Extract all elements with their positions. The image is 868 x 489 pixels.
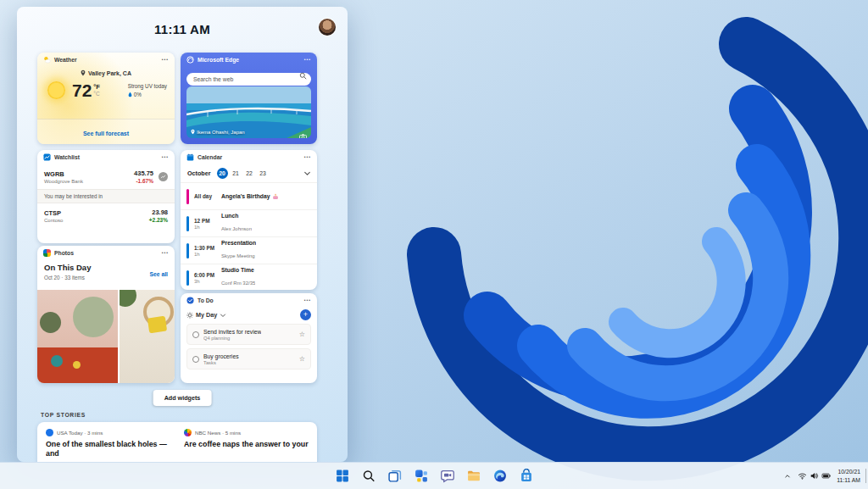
stock-chart-button[interactable] [159,172,168,181]
search-icon [299,72,307,80]
stock-change: +2.23% [149,217,168,223]
edge-search-input[interactable] [186,73,311,86]
todo-widget[interactable]: To Do ••• My Day + Send invites for revi… [181,293,317,383]
top-stories-section: USA Today · 3 mins One of the smallest b… [37,422,317,462]
taskbar: 10/20/21 11:11 AM [0,462,868,489]
microsoft-store-button[interactable] [515,466,537,486]
my-day-sun-icon [186,312,193,319]
edge-button[interactable] [489,466,511,486]
photo-shape [73,297,114,337]
task-item[interactable]: Buy groceries Tasks ☆ [186,348,311,370]
battery-icon [821,471,831,481]
story-headline: One of the smallest black holes — and [46,440,170,459]
temperature-unit-toggle[interactable]: °F °C [93,84,100,97]
taskbar-clock[interactable]: 10/20/21 11:11 AM [837,468,865,485]
add-task-button[interactable]: + [300,309,311,320]
photos-menu-button[interactable]: ••• [162,249,169,257]
event-color-bar [186,243,189,258]
weather-location[interactable]: Valley Park, CA [37,69,175,76]
stock-name: Woodgrove Bank [44,179,83,184]
weather-menu-button[interactable]: ••• [162,56,169,64]
watchlist-widget-icon [43,153,51,161]
stock-name: Contoso [44,218,63,223]
birthday-cake-icon [272,193,279,200]
star-icon[interactable]: ☆ [299,355,305,363]
precipitation-value: 0% [128,92,142,97]
start-button[interactable] [331,466,353,486]
calendar-day-21[interactable]: 21 [231,168,242,179]
taskbar-time: 11:11 AM [837,476,860,485]
search-button[interactable] [358,466,380,486]
stock-price: 23.98 [149,208,168,216]
top-stories-label: TOP STORIES [41,412,86,418]
calendar-month[interactable]: October [187,169,211,177]
task-checkbox[interactable] [192,356,199,363]
todo-menu-button[interactable]: ••• [304,297,311,304]
edge-icon [492,469,507,483]
calendar-day-22[interactable]: 22 [244,168,255,179]
sparkline-icon [160,174,166,180]
panel-clock: 11:11 AM [17,22,348,36]
edge-photo[interactable]: Ikema Ohashi, Japan [186,86,311,138]
widgets-icon [414,469,428,483]
chevron-down-icon [220,312,226,319]
my-day-selector[interactable]: My Day [186,311,226,319]
sun-icon [47,81,65,99]
add-widgets-button[interactable]: Add widgets [153,390,212,406]
stock-row[interactable]: WGRB Woodgrove Bank 435.75 -1.67% [37,164,175,189]
chat-button[interactable] [437,466,459,486]
calendar-day-20[interactable]: 20 [217,168,228,179]
windows-logo-icon [335,469,349,483]
star-icon[interactable]: ☆ [299,331,305,338]
photo-shape [147,316,167,334]
system-tray-status[interactable] [798,471,831,481]
news-story[interactable]: USA Today · 3 mins One of the smallest b… [46,429,170,462]
photos-widget-icon [43,249,51,257]
nbc-news-logo-icon [184,429,192,436]
edge-widget[interactable]: Microsoft Edge ••• Ik [181,53,317,144]
calendar-widget[interactable]: Calendar ••• October 20 21 22 23 All day [181,150,317,290]
weather-widget-icon [43,56,51,64]
chat-icon [440,469,454,483]
calendar-event[interactable]: 1:30 PM 1h Presentation Skype Meeting [181,236,317,264]
news-story[interactable]: NBC News · 5 mins Are coffee naps the an… [184,429,309,462]
calendar-event[interactable]: 12 PM 1h Lunch Alex Johnson [181,209,317,236]
user-avatar[interactable] [319,19,336,36]
stock-row[interactable]: CTSP Contoso 23.98 +2.23% [37,203,175,228]
chevron-down-icon[interactable] [303,169,311,177]
photo-thumbnail[interactable] [37,290,118,383]
event-color-bar [186,189,189,204]
weather-widget[interactable]: Weather ••• Valley Park, CA 72 °F °C Str… [37,53,175,144]
camera-icon [299,128,307,135]
stock-change: -1.67% [134,178,153,184]
task-checkbox[interactable] [192,331,199,338]
calendar-day-23[interactable]: 23 [258,168,269,179]
wifi-icon [798,471,807,481]
calendar-event[interactable]: 6:00 PM 3h Studio Time Conf Rm 32/35 [181,264,317,290]
todo-title: To Do [198,297,214,303]
weather-condition: Strong UV today [128,83,167,89]
task-view-button[interactable] [384,466,406,486]
photo-thumbnail[interactable] [120,290,175,383]
stock-symbol: CTSP [44,209,63,217]
chevron-up-icon [783,472,792,481]
see-all-link[interactable]: See all [149,271,168,277]
edge-menu-button[interactable]: ••• [304,56,311,64]
photos-widget[interactable]: Photos ••• On This Day Oct 20 · 33 items… [37,246,175,383]
edge-icon [186,56,194,64]
task-view-icon [387,469,402,483]
file-explorer-button[interactable] [463,466,485,486]
location-pin-icon [81,69,86,76]
task-item[interactable]: Send invites for review Q4 planning ☆ [186,324,311,345]
photo-shape [37,347,118,383]
calendar-event[interactable]: All day Angela's Birthday [181,182,317,209]
widgets-button[interactable] [410,466,432,486]
photo-shape [40,312,61,333]
calendar-menu-button[interactable]: ••• [304,153,311,161]
hidden-icons-button[interactable] [783,472,792,481]
watchlist-widget[interactable]: Watchlist ••• WGRB Woodgrove Bank 435.75… [37,150,175,243]
taskbar-date: 10/20/21 [837,468,860,476]
watchlist-menu-button[interactable]: ••• [162,153,169,161]
see-full-forecast-link[interactable]: See full forecast [83,131,129,136]
edge-search-box[interactable] [186,69,311,86]
